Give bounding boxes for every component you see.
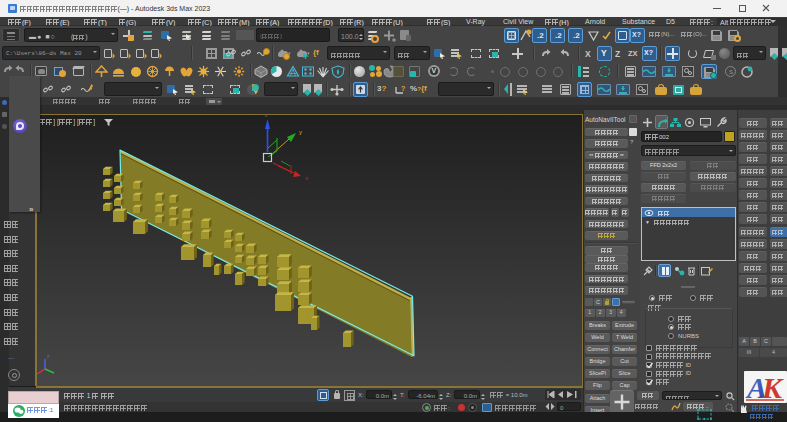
svg-text:z: z: [265, 115, 268, 118]
svg-text:y: y: [299, 129, 302, 135]
svg-text:?: ?: [401, 85, 405, 92]
svg-text:x: x: [305, 175, 308, 181]
svg-text:K: K: [761, 371, 784, 403]
svg-text:z: z: [47, 353, 50, 359]
